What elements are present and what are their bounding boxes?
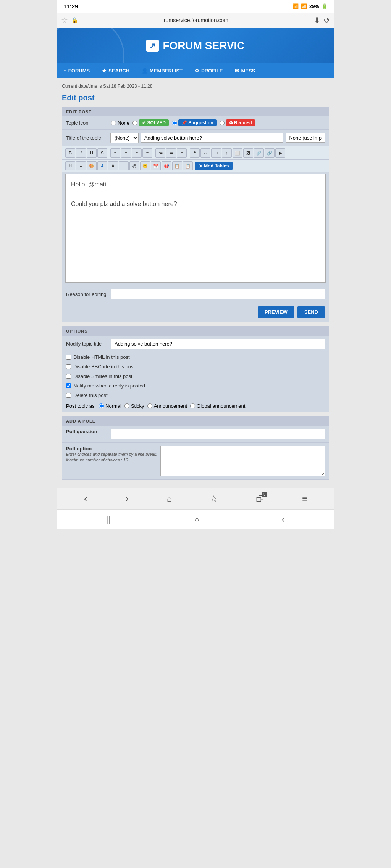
reason-label: Reason for editing (66, 291, 108, 297)
font-size-button[interactable]: ▲ (76, 161, 86, 170)
radio-request: ⊗ Request (220, 119, 255, 126)
checkbox-html: Disable HTML in this post (62, 352, 329, 362)
post-as-global-label: Global announcement (197, 403, 245, 409)
font-color-button[interactable]: A (97, 161, 107, 170)
align-justify-button[interactable]: ≡ (142, 148, 152, 158)
action-row: PREVIEW SEND (62, 302, 329, 322)
home-button[interactable]: ⌂ (167, 494, 172, 504)
radio-request-input[interactable] (220, 121, 225, 125)
badge-request: ⊗ Request (226, 119, 255, 126)
align-center-button[interactable]: ≡ (121, 148, 131, 158)
link2-button[interactable]: 🔗 (265, 148, 275, 158)
calendar-button[interactable]: 📅 (151, 161, 161, 170)
post-as-announcement-radio[interactable] (147, 403, 152, 408)
color-button[interactable]: 🎨 (87, 161, 97, 170)
nav-profile[interactable]: ⚙ PROFILE (189, 63, 229, 78)
status-bar: 11:29 📶 📶 29% 🔋 (57, 0, 334, 13)
list-unordered-button[interactable]: ≔ (166, 148, 176, 158)
post-as-sticky-label: Sticky (131, 403, 144, 409)
prefix-select[interactable]: (None) (110, 133, 139, 143)
disable-bbcode-label: Disable BBCode in this post (73, 364, 135, 370)
notify-checkbox[interactable] (66, 383, 71, 388)
strikethrough-button[interactable]: S (97, 148, 107, 158)
title-input[interactable] (141, 133, 283, 143)
battery-text: 29% (309, 3, 319, 9)
post-as-global: Global announcement (190, 403, 245, 409)
post-as-sticky-radio[interactable] (124, 403, 129, 408)
signal-icon: 📶 (301, 3, 307, 9)
nav-messages[interactable]: ✉ MESS (229, 63, 261, 78)
bold-button[interactable]: B (65, 148, 75, 158)
delete-label: Delete this post (73, 392, 108, 398)
title-row: Title of the topic (None) None (use imp (62, 130, 329, 146)
disable-html-checkbox[interactable] (66, 355, 71, 360)
download-icon[interactable]: ⬇ (314, 16, 320, 25)
poll-option-desc: Enter choices and separate them by a lin… (66, 452, 157, 463)
special-chars-button[interactable]: … (119, 161, 129, 170)
sys-back-button[interactable]: ‹ (282, 514, 285, 525)
page-title: Edit post (62, 93, 329, 102)
font-bg-button[interactable]: A (108, 161, 118, 170)
link-button[interactable]: 🔗 (254, 148, 264, 158)
file-button[interactable]: ⬜ (233, 148, 242, 158)
image-button[interactable]: □ (211, 148, 221, 158)
align-left-button[interactable]: ≡ (110, 148, 120, 158)
mod-tables-button[interactable]: ➤ Mod Tables (195, 162, 233, 170)
refresh-icon[interactable]: ↺ (323, 16, 330, 25)
tabs-button[interactable]: 🗗 5 (256, 494, 264, 504)
options-section: OPTIONS Modify topic title Disable HTML … (62, 326, 329, 412)
delete-checkbox[interactable] (66, 393, 71, 398)
disable-smilies-checkbox[interactable] (66, 374, 71, 379)
toolbar-row1: B I U S ≡ ≡ ≡ ≡ ≔ ≔ ≡ ❝ ↔ □ ↕ ⬜ 🖼 🔗 🔗 ▶ (62, 146, 329, 160)
nav-search[interactable]: ★ SEARCH (96, 63, 136, 78)
sys-menu-button[interactable]: ||| (106, 515, 112, 524)
media-button[interactable]: ↕ (222, 148, 232, 158)
modify-title-input[interactable] (111, 339, 325, 349)
reason-input[interactable] (111, 289, 325, 299)
radio-solved-input[interactable] (132, 121, 137, 125)
radio-suggestion: 📌 Suggestion (172, 119, 217, 126)
nav-memberlist[interactable]: 👤 MEMBERLIST (136, 63, 189, 78)
post-as-global-radio[interactable] (190, 403, 195, 408)
menu-button[interactable]: ≡ (302, 494, 307, 504)
code-button[interactable]: ↔ (200, 148, 210, 158)
post-as-announcement: Announcement (147, 403, 187, 409)
bookmark-icon[interactable]: ☆ (61, 16, 68, 25)
sys-home-button[interactable]: ○ (195, 515, 199, 524)
radio-suggestion-input[interactable] (172, 121, 177, 125)
heading-button[interactable]: H (65, 161, 75, 170)
post-as-normal-radio[interactable] (99, 403, 104, 408)
poll-option-label: Poll option (66, 446, 157, 452)
mention-button[interactable]: @ (129, 161, 139, 170)
emoji-button[interactable]: 😊 (140, 161, 150, 170)
radio-none-input[interactable] (111, 121, 116, 125)
preview-button[interactable]: PREVIEW (258, 306, 294, 318)
indent-button[interactable]: ≡ (177, 148, 187, 158)
page-content: Current date/time is Sat 18 Feb 2023 - 1… (57, 78, 334, 484)
badge-solved: ✔ SOLVED (139, 119, 169, 126)
paste2-button[interactable]: 📋 (183, 161, 193, 170)
send-button[interactable]: SEND (297, 306, 325, 318)
back-button[interactable]: ‹ (84, 493, 87, 505)
nav-forums[interactable]: ⌂ FORUMS (57, 63, 96, 78)
url-bar[interactable]: rumservice.forumotion.com (81, 17, 311, 23)
target-button[interactable]: 🎯 (162, 161, 171, 170)
poll-question-input[interactable] (111, 429, 325, 439)
poll-option-textarea[interactable] (160, 446, 325, 476)
underline-button[interactable]: U (87, 148, 97, 158)
italic-button[interactable]: I (76, 148, 86, 158)
post-textarea[interactable]: Hello, @mati Could you plz add a solve b… (66, 174, 325, 281)
table-button[interactable]: 🖼 (243, 148, 253, 158)
align-right-button[interactable]: ≡ (132, 148, 142, 158)
paste-button[interactable]: 📋 (172, 161, 182, 170)
quote-button[interactable]: ❝ (190, 148, 200, 158)
radio-none: None (111, 120, 129, 126)
list-ordered-button[interactable]: ≔ (155, 148, 165, 158)
status-icons: 📶 📶 29% 🔋 (292, 3, 328, 9)
forward-button[interactable]: › (125, 493, 129, 505)
bookmark-button[interactable]: ☆ (210, 494, 218, 504)
title-label: Title of the topic (66, 135, 108, 141)
disable-bbcode-checkbox[interactable] (66, 364, 71, 369)
video-button[interactable]: ▶ (275, 148, 285, 158)
topic-icon-options: None ✔ SOLVED 📌 Suggestion ⊗ Request (111, 119, 255, 126)
